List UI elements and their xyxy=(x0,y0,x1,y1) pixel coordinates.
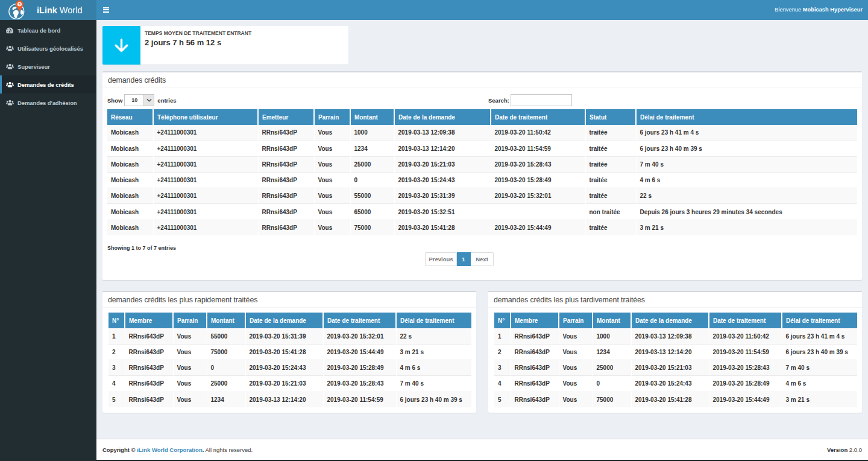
svg-text:$: $ xyxy=(19,2,21,6)
